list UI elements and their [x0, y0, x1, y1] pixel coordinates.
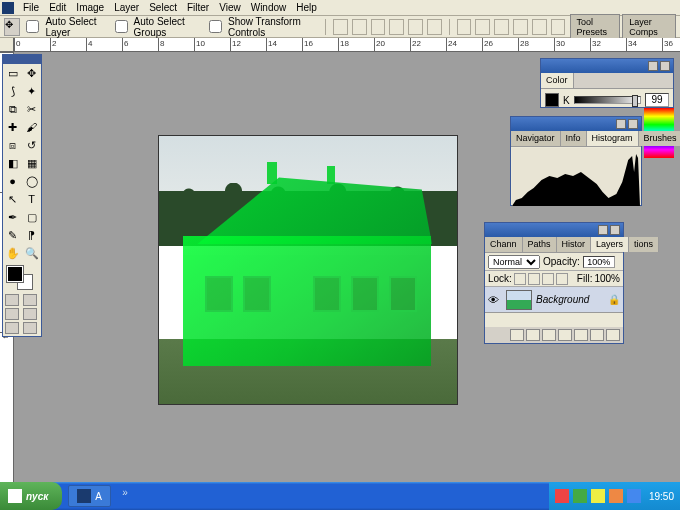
taskbar-app-button[interactable]: A — [68, 485, 111, 507]
align-button[interactable] — [408, 19, 423, 35]
ruler-horizontal[interactable]: 024681012141618202224262830323436 — [14, 38, 680, 52]
layer-row[interactable]: 👁 Background 🔒 — [485, 287, 623, 313]
lock-transparent-icon[interactable] — [514, 273, 526, 285]
shape-tool[interactable]: ▢ — [22, 208, 41, 226]
layer-mask-button[interactable] — [542, 329, 556, 341]
panel-foreground-swatch[interactable] — [545, 93, 559, 107]
color-panel-titlebar[interactable] — [541, 59, 673, 73]
layer-style-button[interactable] — [526, 329, 540, 341]
layer-thumbnail[interactable] — [506, 290, 532, 310]
auto-select-groups-checkbox[interactable] — [115, 20, 128, 33]
path-tool[interactable]: ↖ — [3, 190, 22, 208]
menu-window[interactable]: Window — [246, 2, 292, 13]
navigator-tab[interactable]: Navigator — [511, 131, 561, 146]
eraser-tool[interactable]: ◧ — [3, 154, 22, 172]
distribute-button[interactable] — [475, 19, 490, 35]
notes-tool[interactable]: ✎ — [3, 226, 22, 244]
tray-shield-icon[interactable] — [555, 489, 569, 503]
color-swatches[interactable] — [5, 264, 39, 290]
fill-value[interactable]: 100% — [594, 273, 620, 284]
align-button[interactable] — [352, 19, 367, 35]
menu-select[interactable]: Select — [144, 2, 182, 13]
histogram-titlebar[interactable] — [511, 117, 641, 131]
show-transform-checkbox[interactable] — [209, 20, 222, 33]
tray-network-icon[interactable] — [573, 489, 587, 503]
start-button[interactable]: пуск — [0, 482, 62, 510]
crop-tool[interactable]: ⧉ — [3, 100, 22, 118]
pen-tool[interactable]: ✒ — [3, 208, 22, 226]
align-button[interactable] — [427, 19, 442, 35]
close-icon[interactable] — [628, 119, 638, 129]
dock-tool-presets-tab[interactable]: Tool Presets — [570, 14, 621, 40]
adjustment-layer-button[interactable] — [558, 329, 572, 341]
zoom-tool[interactable]: 🔍 — [22, 244, 41, 262]
history-brush-tool[interactable]: ↺ — [22, 136, 41, 154]
lock-paint-icon[interactable] — [528, 273, 540, 285]
distribute-button[interactable] — [513, 19, 528, 35]
minimize-icon[interactable] — [598, 225, 608, 235]
brushes-tab[interactable]: Brushes — [639, 131, 680, 146]
stamp-tool[interactable]: ⧇ — [3, 136, 22, 154]
document-canvas[interactable] — [158, 135, 458, 405]
quicklaunch-chevron-icon[interactable]: » — [119, 487, 131, 505]
quick-mask-toggle[interactable] — [5, 294, 19, 306]
k-value[interactable]: 99 — [645, 93, 669, 107]
lock-move-icon[interactable] — [542, 273, 554, 285]
ruler-origin[interactable] — [0, 38, 14, 52]
marquee-tool[interactable]: ▭ — [3, 64, 22, 82]
menu-edit[interactable]: Edit — [44, 2, 71, 13]
tray-volume-icon[interactable] — [591, 489, 605, 503]
layer-visibility-icon[interactable]: 👁 — [488, 294, 502, 306]
wand-tool[interactable]: ✦ — [22, 82, 41, 100]
tray-message-icon[interactable] — [609, 489, 623, 503]
channels-tab[interactable]: Chann — [485, 237, 523, 252]
distribute-button[interactable] — [532, 19, 547, 35]
align-button[interactable] — [333, 19, 348, 35]
menu-filter[interactable]: Filter — [182, 2, 214, 13]
hand-tool[interactable]: ✋ — [3, 244, 22, 262]
minimize-icon[interactable] — [648, 61, 658, 71]
close-icon[interactable] — [660, 61, 670, 71]
gradient-tool[interactable]: ▦ — [22, 154, 41, 172]
active-tool-icon[interactable]: ✥ — [4, 18, 20, 36]
type-tool[interactable]: T — [22, 190, 41, 208]
menu-image[interactable]: Image — [71, 2, 109, 13]
menu-layer[interactable]: Layer — [109, 2, 144, 13]
eyedropper-tool[interactable]: ⁋ — [22, 226, 41, 244]
heal-tool[interactable]: ✚ — [3, 118, 22, 136]
menu-view[interactable]: View — [214, 2, 246, 13]
slice-tool[interactable]: ✂ — [22, 100, 41, 118]
layers-tab[interactable]: Layers — [591, 237, 629, 252]
blur-tool[interactable]: ● — [3, 172, 22, 190]
paths-tab[interactable]: Paths — [523, 237, 557, 252]
histogram-tab[interactable]: Histogram — [587, 131, 639, 146]
mode-button[interactable] — [5, 308, 19, 320]
align-button[interactable] — [371, 19, 386, 35]
taskbar-clock[interactable]: 19:50 — [649, 491, 674, 502]
dodge-tool[interactable]: ◯ — [22, 172, 41, 190]
tray-av-icon[interactable] — [627, 489, 641, 503]
mode-button[interactable] — [5, 322, 19, 334]
jump-button[interactable] — [23, 322, 37, 334]
opacity-value[interactable]: 100% — [583, 256, 615, 268]
layers-titlebar[interactable] — [485, 223, 623, 237]
brush-tool[interactable]: 🖌 — [22, 118, 41, 136]
move-tool[interactable]: ✥ — [22, 64, 41, 82]
distribute-button[interactable] — [457, 19, 472, 35]
minimize-icon[interactable] — [616, 119, 626, 129]
new-layer-button[interactable] — [590, 329, 604, 341]
mode-button[interactable] — [23, 308, 37, 320]
auto-select-layer-checkbox[interactable] — [26, 20, 39, 33]
distribute-button[interactable] — [551, 19, 566, 35]
link-layers-button[interactable] — [510, 329, 524, 341]
lock-all-icon[interactable] — [556, 273, 568, 285]
k-slider[interactable] — [574, 96, 641, 104]
group-button[interactable] — [574, 329, 588, 341]
foreground-color[interactable] — [7, 266, 23, 282]
lasso-tool[interactable]: ⟆ — [3, 82, 22, 100]
menu-help[interactable]: Help — [291, 2, 322, 13]
trash-icon[interactable] — [606, 329, 620, 341]
color-tab[interactable]: Color — [541, 73, 574, 88]
dock-layer-comps-tab[interactable]: Layer Comps — [622, 14, 676, 40]
info-tab[interactable]: Info — [561, 131, 587, 146]
